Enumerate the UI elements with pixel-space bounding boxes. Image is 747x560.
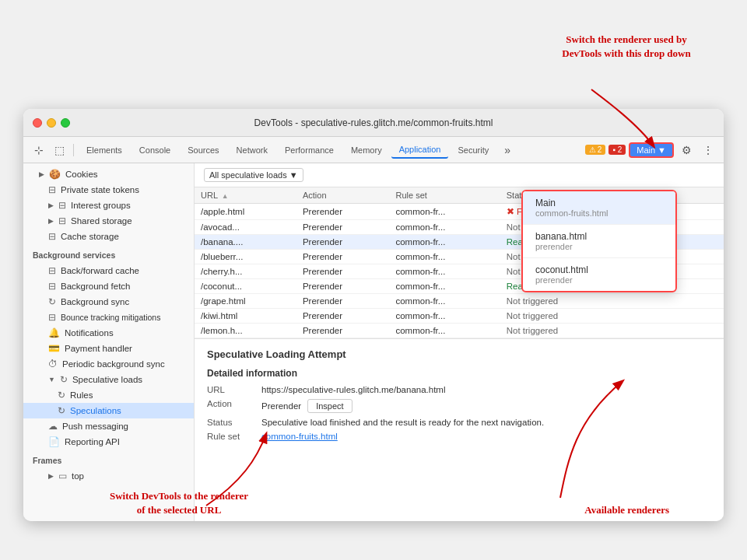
cell-action: Prerender (296, 264, 390, 279)
detail-url-row: URL https://speculative-rules.glitch.me/… (207, 385, 711, 394)
sidebar-item-reporting-api[interactable]: 📄 Reporting API (23, 434, 194, 450)
bg-sync-icon: ↻ (48, 296, 56, 307)
sidebar-label-bg-fetch: Background fetch (61, 282, 131, 291)
status-text: Not triggered (507, 296, 558, 306)
sidebar-item-payment[interactable]: 💳 Payment handler (23, 341, 194, 356)
detail-ruleset-row: Rule set common-fruits.html (207, 432, 711, 441)
cell-ruleset: common-fr... (389, 324, 500, 338)
toolbar-right: ⚠ 2 ▪ 2 Main ▼ ⚙ ⋮ (585, 141, 717, 159)
chevron-down-icon: ▼ (658, 145, 666, 155)
cell-url: /apple.html (195, 204, 296, 220)
cell-url: /lemon.h... (195, 324, 296, 338)
sidebar-label-top: top (72, 471, 84, 481)
inspect-button[interactable]: Inspect (307, 399, 352, 413)
sidebar: ▶ 🍪 Cookies ⊟ Private state tokens ▶ ⊟ I… (23, 163, 195, 521)
detail-title: Speculative Loading Attempt (207, 348, 711, 360)
more-options-icon[interactable]: ⋮ (699, 141, 717, 159)
renderer-item[interactable]: coconut.html prerender (523, 258, 675, 291)
expand-icon: ▶ (39, 170, 44, 178)
sort-icon: ▲ (222, 192, 229, 200)
sidebar-item-interest-groups[interactable]: ▶ ⊟ Interest groups (23, 198, 194, 213)
error-count: 2 (618, 145, 622, 154)
sidebar-item-back-forward[interactable]: ⊟ Back/forward cache (23, 263, 194, 278)
renderer-name: Main (535, 198, 663, 208)
renderer-item[interactable]: Main common-fruits.html (523, 191, 675, 225)
tab-performance[interactable]: Performance (277, 142, 342, 158)
tab-console[interactable]: Console (132, 142, 178, 158)
sidebar-item-cache-storage[interactable]: ⊟ Cache storage (23, 229, 194, 244)
renderer-dropdown-button[interactable]: Main ▼ (629, 142, 674, 158)
sidebar-item-shared-storage[interactable]: ▶ ⊟ Shared storage (23, 213, 194, 229)
periodic-icon: ⏱ (48, 359, 58, 369)
device-mode-icon[interactable]: ⬚ (50, 141, 68, 159)
sidebar-label-push: Push messaging (62, 422, 128, 431)
col-header-url[interactable]: URL ▲ (195, 187, 296, 204)
error-badge[interactable]: ▪ 2 (608, 145, 626, 155)
table-toolbar: All speculative loads ▼ (195, 163, 724, 187)
sidebar-item-push-messaging[interactable]: ☁ Push messaging (23, 418, 194, 434)
sidebar-label-bg-sync: Background sync (61, 297, 129, 306)
cache-icon: ⊟ (48, 231, 56, 242)
tab-elements[interactable]: Elements (79, 142, 130, 158)
warning-badge[interactable]: ⚠ 2 (585, 145, 606, 155)
annotation-bottom-right: Available renderers (584, 503, 669, 517)
detail-subtitle: Detailed information (207, 368, 711, 379)
cell-ruleset: common-fr... (389, 309, 500, 324)
expand-icon-spec: ▼ (48, 376, 55, 383)
toolbar-separator-1 (73, 144, 74, 156)
tab-sources[interactable]: Sources (180, 142, 226, 158)
detail-status-row: Status Speculative load finished and the… (207, 418, 711, 427)
col-header-ruleset[interactable]: Rule set (389, 187, 500, 204)
sidebar-item-bg-sync[interactable]: ↻ Background sync (23, 294, 194, 310)
frames-section: Frames (23, 450, 194, 468)
tab-memory[interactable]: Memory (343, 142, 390, 158)
renderer-item[interactable]: banana.html prerender (523, 225, 675, 258)
table-row[interactable]: /lemon.h...Prerendercommon-fr...Not trig… (195, 324, 724, 338)
tab-security[interactable]: Security (450, 142, 496, 158)
speculations-icon: ↻ (58, 405, 65, 416)
sidebar-item-periodic-bg[interactable]: ⏱ Periodic background sync (23, 356, 194, 372)
cell-url: /blueberr... (195, 250, 296, 264)
sidebar-item-speculative-loads[interactable]: ▼ ↻ Speculative loads (23, 372, 194, 387)
renderer-name: banana.html (535, 231, 663, 242)
sidebar-item-notifications[interactable]: 🔔 Notifications (23, 325, 194, 341)
table-row[interactable]: /grape.htmlPrerendercommon-fr...Not trig… (195, 294, 724, 309)
sidebar-label-cache: Cache storage (61, 232, 119, 241)
tab-application[interactable]: Application (391, 142, 449, 159)
sidebar-item-bounce-tracking[interactable]: ⊟ Bounce tracking mitigations (23, 310, 194, 325)
sidebar-item-cookies[interactable]: ▶ 🍪 Cookies (23, 166, 194, 182)
more-tabs-icon[interactable]: » (498, 141, 517, 159)
cell-action: Prerender (296, 235, 390, 250)
sidebar-label-speculations: Speculations (70, 406, 121, 415)
sidebar-item-bg-fetch[interactable]: ⊟ Background fetch (23, 278, 194, 294)
renderer-sub: prerender (535, 275, 663, 285)
settings-icon[interactable]: ⚙ (677, 141, 696, 159)
ruleset-link[interactable]: common-fruits.html (261, 432, 711, 441)
main-label: Main (637, 145, 655, 155)
action-label: Action (207, 399, 261, 408)
filter-dropdown[interactable]: All speculative loads ▼ (204, 168, 303, 182)
sidebar-item-speculations[interactable]: ↻ Speculations (23, 403, 194, 418)
maximize-button[interactable] (61, 118, 70, 128)
renderer-dropdown-popup: Main common-fruits.html banana.html prer… (521, 190, 677, 292)
filter-label: All speculative loads (209, 170, 287, 180)
close-button[interactable] (33, 118, 42, 128)
table-row[interactable]: /kiwi.htmlPrerendercommon-fr...Not trigg… (195, 309, 724, 324)
push-icon: ☁ (48, 421, 58, 432)
annotation-bottom-left: Switch DevTools to the renderer of the s… (109, 489, 249, 517)
bg-fetch-icon: ⊟ (48, 281, 56, 292)
col-header-action[interactable]: Action (296, 187, 390, 204)
cell-ruleset: common-fr... (389, 220, 500, 235)
tab-network[interactable]: Network (229, 142, 275, 158)
bg-services-section: Background services (23, 244, 194, 263)
sidebar-item-top[interactable]: ▶ ▭ top (23, 468, 194, 484)
renderer-name: coconut.html (535, 264, 663, 275)
minimize-button[interactable] (47, 118, 56, 128)
sidebar-item-private-state-tokens[interactable]: ⊟ Private state tokens (23, 182, 194, 198)
inspect-element-icon[interactable]: ⊹ (30, 141, 48, 159)
cell-url: /grape.html (195, 294, 296, 309)
status-value: Speculative load finished and the result… (261, 418, 711, 427)
cell-ruleset: common-fr... (389, 204, 500, 220)
sidebar-item-rules[interactable]: ↻ Rules (23, 387, 194, 403)
action-value-row: Prerender Inspect (261, 399, 352, 413)
